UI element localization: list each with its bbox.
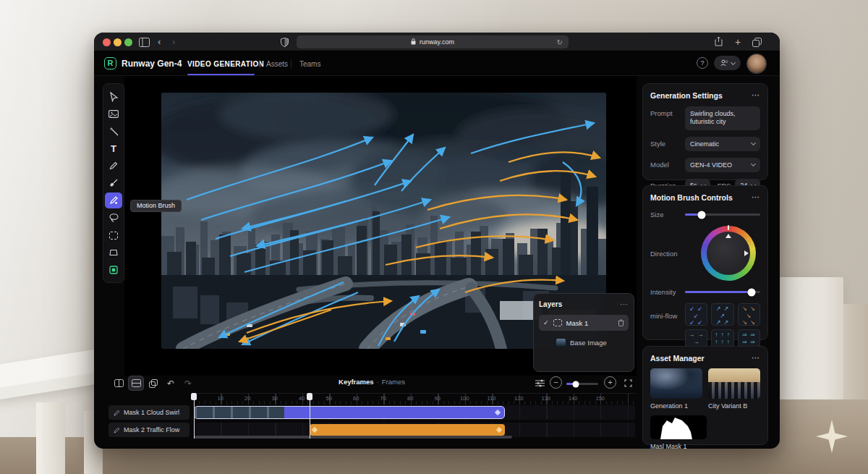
tool-text[interactable]: T: [105, 140, 122, 156]
asset-thumbnail-mask-1[interactable]: [650, 415, 707, 439]
prompt-label: Prompt: [650, 109, 685, 117]
asset-thumbnail-generation-1[interactable]: [650, 368, 702, 399]
ruler-tick: 30: [272, 395, 278, 402]
tool-frame[interactable]: [105, 106, 122, 122]
more-icon[interactable]: ⋯: [752, 353, 760, 363]
zoom-in-icon[interactable]: +: [604, 376, 616, 389]
timeline-scrollbar[interactable]: [194, 436, 512, 439]
tab-overview-icon[interactable]: [752, 37, 762, 50]
tool-select[interactable]: [105, 88, 122, 104]
frames-mode[interactable]: Frames: [382, 378, 405, 386]
sidebar-toggle-icon[interactable]: [139, 37, 150, 50]
intensity-slider-thumb[interactable]: [747, 288, 755, 296]
zoom-window-button[interactable]: [124, 38, 132, 46]
style-dropdown[interactable]: Cinematic: [685, 137, 760, 151]
flow-preset-tile[interactable]: ↗ ↗ ↗ ↗ ↗ ↗ ↗ ↗ ↗: [711, 303, 733, 326]
more-icon[interactable]: ⋯: [752, 90, 760, 100]
nav-divider: [291, 59, 292, 69]
tab-teams[interactable]: Teams: [299, 60, 320, 68]
panel-title: Motion Brush Controls: [650, 193, 733, 202]
panel-title: Asset Manager: [650, 354, 705, 363]
tab-video-generation[interactable]: VIDEO GENERATION: [187, 60, 264, 68]
tool-lasso[interactable]: [105, 210, 122, 226]
share-icon[interactable]: [715, 36, 723, 49]
keyframe-diamond[interactable]: [496, 427, 502, 433]
ruler-tick: 150: [596, 395, 605, 402]
model-dropdown[interactable]: GEN-4 VIDEO: [685, 158, 760, 172]
app-header: R Runway Gen-4 VIDEO GENERATION Assets T…: [94, 51, 780, 76]
tool-render-frame[interactable]: [105, 262, 122, 278]
ruler-tick: 20: [244, 395, 250, 402]
track-label-text: Mask 2 Traffic Flow: [124, 426, 179, 433]
track-lane-mask2[interactable]: [194, 423, 635, 437]
playhead-handle[interactable]: [191, 393, 197, 400]
timeline-zoom-slider[interactable]: [566, 383, 598, 385]
timeline: ↶ ↷ Keyframes·Frames − + 10 20 30 40 50 …: [109, 375, 635, 444]
ruler-tick: 10: [218, 395, 224, 402]
tool-magic-wand[interactable]: [105, 123, 122, 139]
tool-pen[interactable]: [105, 158, 122, 174]
tool-brush[interactable]: [105, 175, 122, 191]
runway-logo[interactable]: R: [104, 57, 116, 69]
clip-mask1-cloud-swirl[interactable]: [194, 406, 505, 419]
generation-settings-panel: Generation Settings ⋯ Prompt Swirling cl…: [642, 83, 768, 180]
help-button[interactable]: ?: [697, 57, 708, 69]
tool-motion-brush[interactable]: [105, 192, 122, 208]
reload-icon[interactable]: ↻: [557, 38, 563, 46]
chevron-down-icon: [751, 140, 756, 145]
direction-wheel[interactable]: [701, 226, 756, 281]
close-window-button[interactable]: [103, 38, 111, 46]
visibility-check-icon[interactable]: ✓: [543, 319, 549, 326]
track-lane-mask1[interactable]: [194, 405, 635, 420]
keyframes-mode[interactable]: Keyframes: [339, 378, 374, 386]
zoom-out-icon[interactable]: −: [550, 376, 562, 389]
timeline-ruler[interactable]: 10 20 30 40 50 60 70 80 90 100 110 120 1…: [194, 393, 635, 405]
ruler-tick: 50: [326, 395, 332, 402]
asset-label: Generation 1: [650, 402, 702, 410]
playhead-handle[interactable]: [307, 393, 312, 400]
more-icon[interactable]: ⋯: [752, 192, 760, 202]
privacy-shield-icon[interactable]: [281, 37, 289, 50]
new-tab-button[interactable]: +: [735, 33, 741, 51]
flow-preset-tile[interactable]: ↙ ↙ ↙ ↙ ↙ ↙ ↙ ↙ ↙: [685, 303, 707, 326]
track-label-mask1[interactable]: Mask 1 Cloud Swirl: [109, 405, 190, 420]
flow-preset-tile[interactable]: ↘ ↘ ↘ ↘ ↘ ↘ ↘ ↘ ↘: [738, 303, 760, 326]
people-icon: [720, 59, 728, 67]
browser-toolbar: ‹ › runway.com ↻ +: [94, 33, 780, 51]
asset-thumbnail-city-variant-b[interactable]: [708, 368, 760, 399]
tab-assets[interactable]: Assets: [266, 60, 288, 68]
layer-row-mask1[interactable]: ✓ Mask 1: [539, 315, 629, 331]
intensity-slider[interactable]: [685, 291, 760, 293]
expand-icon[interactable]: [621, 376, 635, 390]
clip-mask2-traffic-flow[interactable]: [310, 424, 505, 436]
nav-divider: [259, 59, 260, 69]
minimize-window-button[interactable]: [114, 38, 122, 46]
playhead[interactable]: [194, 399, 195, 439]
tool-marquee[interactable]: [105, 227, 122, 243]
url-text: runway.com: [420, 38, 454, 46]
playhead[interactable]: [310, 399, 311, 439]
ruler-tick: 100: [460, 395, 469, 402]
address-bar[interactable]: runway.com ↻: [297, 35, 569, 48]
asset-item[interactable]: Masl Mask 1: [650, 415, 760, 449]
layers-panel: Layers ⋯ ✓ Mask 1 Base Image: [533, 293, 634, 372]
back-button[interactable]: ‹: [158, 33, 161, 51]
size-slider[interactable]: [685, 213, 760, 216]
adjust-sliders-icon[interactable]: [532, 376, 547, 390]
track-label-mask2[interactable]: Mask 2 Traffic Flow: [109, 423, 190, 437]
layer-row-base-image[interactable]: Base Image: [539, 335, 629, 350]
user-avatar[interactable]: [747, 54, 766, 73]
tool-crop[interactable]: [105, 245, 122, 261]
asset-item[interactable]: Generation 1: [650, 368, 702, 410]
mini-flow-label: mini-flow: [650, 312, 685, 320]
account-menu-button[interactable]: [714, 56, 741, 70]
keyframe-diamond[interactable]: [312, 427, 318, 433]
trash-icon[interactable]: [618, 319, 624, 326]
forward-button[interactable]: ›: [172, 33, 175, 51]
prompt-input[interactable]: Swirling clouds, futuristic city: [685, 106, 760, 130]
keyframe-diamond[interactable]: [495, 410, 501, 415]
zoom-slider-thumb[interactable]: [573, 381, 579, 387]
more-icon[interactable]: ⋯: [620, 300, 629, 309]
size-slider-thumb[interactable]: [697, 211, 705, 219]
asset-item[interactable]: City Variant B: [708, 368, 760, 410]
